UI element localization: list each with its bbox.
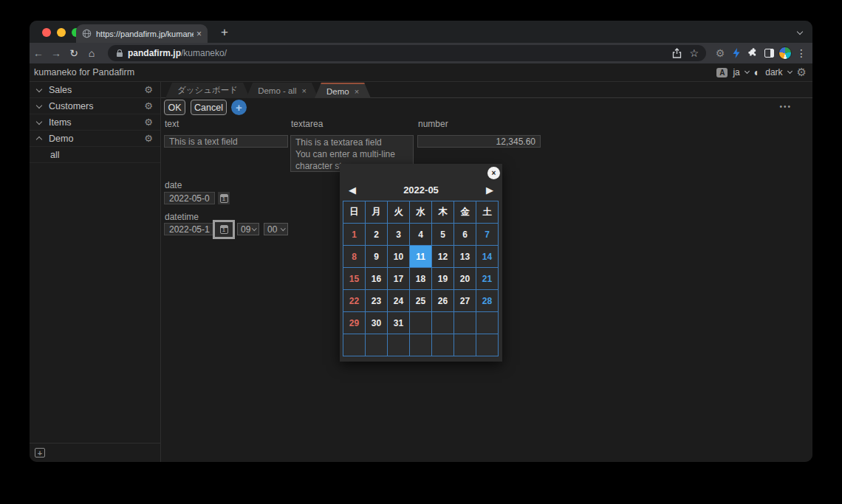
- calendar-day[interactable]: 25: [410, 290, 432, 312]
- profile-avatar[interactable]: [777, 45, 793, 61]
- sidebar-item-items[interactable]: Items ⚙: [30, 114, 160, 131]
- window-minimize-button[interactable]: [57, 28, 66, 37]
- calendar-day[interactable]: 19: [432, 268, 454, 290]
- calendar-day[interactable]: 18: [410, 268, 432, 290]
- calendar-weekday: 日: [343, 201, 366, 224]
- calendar-day[interactable]: 10: [388, 246, 410, 268]
- calendar-day[interactable]: 24: [388, 290, 410, 312]
- browser-toolbar: ← → ↻ ⌂ pandafirm.jp /kumaneko/ ☆ ⚙ ⋮: [30, 43, 812, 63]
- chevron-down-icon[interactable]: [36, 118, 42, 124]
- language-select-value[interactable]: ja: [733, 67, 739, 77]
- sidebar-gear-icon[interactable]: ⚙: [144, 133, 153, 144]
- calendar-day[interactable]: 1: [343, 224, 366, 246]
- theme-chevron-icon[interactable]: [787, 69, 793, 74]
- calendar-day-empty: [454, 334, 476, 356]
- calendar-day[interactable]: 15: [343, 268, 366, 290]
- sidebar-item-demo[interactable]: Demo ⚙: [30, 131, 160, 147]
- calendar-day[interactable]: 3: [388, 224, 410, 246]
- calendar-day[interactable]: 26: [432, 290, 454, 312]
- calendar-day[interactable]: 20: [454, 268, 476, 290]
- calendar-week-row: 15 16 17 18 19 20 21: [343, 268, 499, 290]
- extensions-puzzle-icon[interactable]: [745, 45, 761, 61]
- forward-button[interactable]: →: [47, 44, 65, 62]
- chevron-down-icon[interactable]: [36, 102, 42, 108]
- new-tab-button[interactable]: +: [216, 24, 233, 41]
- address-bar[interactable]: pandafirm.jp /kumaneko/ ☆: [108, 45, 706, 61]
- sidebar-subitem-label: all: [50, 150, 60, 160]
- calendar-day[interactable]: 7: [476, 224, 499, 246]
- cancel-button[interactable]: Cancel: [191, 100, 227, 115]
- calendar-day[interactable]: 8: [343, 246, 366, 268]
- datetime-calendar-button-focused[interactable]: 1: [213, 220, 235, 239]
- calendar-close-button[interactable]: ×: [487, 167, 500, 179]
- minute-select[interactable]: 00: [264, 223, 288, 235]
- home-button[interactable]: ⌂: [83, 44, 100, 62]
- language-chevron-icon[interactable]: [745, 69, 750, 74]
- calendar-day[interactable]: 5: [432, 224, 454, 246]
- calendar-day[interactable]: 17: [388, 268, 410, 290]
- back-button[interactable]: ←: [30, 44, 47, 62]
- share-icon[interactable]: [672, 48, 682, 58]
- sidebar-gear-icon[interactable]: ⚙: [144, 117, 153, 128]
- sidebar-gear-icon[interactable]: ⚙: [144, 100, 153, 111]
- tab-close-icon[interactable]: ×: [302, 86, 307, 95]
- tab-close-icon[interactable]: ×: [196, 29, 202, 39]
- calendar-day[interactable]: 27: [454, 290, 476, 312]
- number-field-input[interactable]: [417, 135, 541, 148]
- sidebar-item-sales[interactable]: Sales ⚙: [30, 82, 160, 98]
- tab-demo[interactable]: Demo×: [315, 83, 371, 98]
- date-calendar-button[interactable]: 1: [218, 192, 230, 204]
- calendar-day[interactable]: 13: [454, 246, 476, 268]
- calendar-day[interactable]: 14: [476, 246, 499, 268]
- calendar-day[interactable]: 2: [366, 224, 388, 246]
- calendar-month-title: 2022-05: [365, 184, 477, 196]
- tab-search-chevron-icon[interactable]: [797, 29, 803, 35]
- side-panel-icon[interactable]: [761, 45, 777, 61]
- calendar-day[interactable]: 28: [476, 290, 499, 312]
- browser-menu-icon[interactable]: ⋮: [793, 45, 810, 61]
- calendar-day-empty: [476, 312, 499, 334]
- add-record-button[interactable]: +: [231, 100, 247, 115]
- calendar-day[interactable]: 16: [366, 268, 388, 290]
- datetime-field-input[interactable]: [164, 223, 215, 235]
- sidebar-gear-icon[interactable]: ⚙: [144, 84, 153, 95]
- sidebar-subitem-all[interactable]: all: [30, 147, 160, 163]
- sidebar-item-customers[interactable]: Customers ⚙: [30, 98, 160, 114]
- tab-close-icon[interactable]: ×: [355, 87, 359, 96]
- calendar-next-icon[interactable]: ▶: [477, 184, 502, 196]
- bookmark-star-icon[interactable]: ☆: [689, 47, 699, 59]
- browser-tab[interactable]: https://pandafirm.jp/kumaneko ×: [76, 24, 208, 43]
- extension-gear-icon[interactable]: ⚙: [712, 45, 728, 61]
- add-app-icon[interactable]: +: [35, 448, 45, 458]
- text-field-input[interactable]: [164, 135, 288, 148]
- calendar-day[interactable]: 31: [388, 312, 410, 334]
- extension-bolt-icon[interactable]: [728, 45, 745, 61]
- tab-dashboard[interactable]: ダッシュボード: [165, 83, 250, 98]
- chevron-down-icon[interactable]: [36, 86, 42, 92]
- theme-select-value[interactable]: dark: [765, 67, 782, 77]
- ok-button[interactable]: OK: [164, 100, 185, 115]
- more-menu-icon[interactable]: •••: [779, 103, 792, 111]
- tab-label: Demo - all: [258, 86, 296, 95]
- calendar-day[interactable]: 4: [410, 224, 432, 246]
- calendar-day[interactable]: 22: [343, 290, 366, 312]
- tab-demo-all[interactable]: Demo - all×: [246, 83, 318, 98]
- tab-label: ダッシュボード: [177, 85, 238, 96]
- calendar-day[interactable]: 6: [454, 224, 476, 246]
- app-settings-gear-icon[interactable]: ⚙: [797, 66, 807, 79]
- hour-select[interactable]: 09: [237, 223, 259, 235]
- calendar-day-selected[interactable]: 11: [410, 246, 432, 268]
- app-header-controls: A ja ◐ dark ⚙: [716, 66, 807, 79]
- window-close-button[interactable]: [42, 28, 51, 37]
- calendar-weekday: 金: [454, 201, 476, 224]
- calendar-day[interactable]: 21: [476, 268, 499, 290]
- date-field-input[interactable]: [164, 192, 215, 204]
- calendar-day[interactable]: 23: [366, 290, 388, 312]
- calendar-day[interactable]: 29: [343, 312, 366, 334]
- calendar-day[interactable]: 9: [366, 246, 388, 268]
- chevron-up-icon[interactable]: [36, 137, 42, 142]
- reload-button[interactable]: ↻: [65, 44, 83, 62]
- calendar-prev-icon[interactable]: ◀: [340, 184, 365, 196]
- calendar-day[interactable]: 12: [432, 246, 454, 268]
- calendar-day[interactable]: 30: [366, 312, 388, 334]
